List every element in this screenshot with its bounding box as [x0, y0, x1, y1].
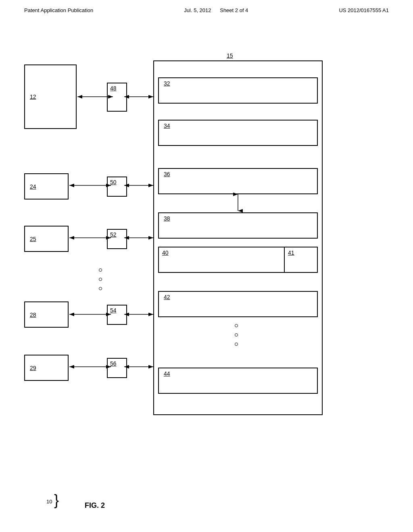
header-center: Jul. 5, 2012 Sheet 2 of 4	[184, 7, 248, 13]
ref-41: 41	[288, 249, 294, 256]
ref-36: 36	[164, 171, 170, 177]
block-29: 29	[24, 355, 69, 381]
inner-box-36: 36	[158, 168, 318, 194]
block-56: 56	[107, 358, 127, 378]
figure-label: FIG. 2	[85, 501, 105, 510]
ref-34: 34	[164, 123, 170, 129]
outer-box-15: 15 32 34 36 38 40 41 42	[153, 60, 323, 415]
page-header: Patent Application Publication Jul. 5, 2…	[0, 0, 413, 17]
dot-right-2	[235, 333, 238, 337]
inner-box-40: 40 41	[158, 247, 318, 273]
inner-box-44: 44	[158, 368, 318, 394]
ref-24: 24	[30, 183, 36, 190]
dot-right-3	[235, 343, 238, 346]
inner-box-40-right: 41	[285, 247, 317, 272]
fig-text: FIG. 2	[85, 501, 105, 509]
block-50: 50	[107, 177, 127, 197]
figure-ref-block: 10 }	[44, 488, 65, 510]
ref-38: 38	[164, 215, 170, 222]
block-52: 52	[107, 229, 127, 249]
block-48: 48	[107, 83, 127, 112]
block-24: 24	[24, 173, 69, 200]
ref-25: 25	[30, 236, 36, 242]
ref-42: 42	[164, 294, 170, 300]
ref-44: 44	[164, 370, 170, 377]
inner-box-34: 34	[158, 120, 318, 146]
ref-54: 54	[110, 307, 117, 314]
inner-box-38: 38	[158, 212, 318, 239]
ref-40: 40	[162, 249, 169, 256]
dot-left-2	[99, 278, 102, 281]
ref-15: 15	[227, 52, 233, 59]
brace-svg: 10 }	[44, 488, 65, 508]
header-left: Patent Application Publication	[24, 7, 93, 13]
ref-52: 52	[110, 231, 117, 238]
header-right: US 2012/0167555 A1	[339, 7, 389, 13]
header-sheet: Sheet 2 of 4	[220, 7, 248, 13]
ref-56: 56	[110, 360, 117, 367]
ref-28: 28	[30, 312, 36, 318]
block-25: 25	[24, 226, 69, 252]
dot-left-3	[99, 287, 102, 290]
header-date: Jul. 5, 2012	[184, 7, 211, 13]
dot-right-1	[235, 324, 238, 327]
inner-box-42: 42	[158, 291, 318, 317]
svg-text:}: }	[54, 492, 59, 508]
figure-area: 10 } FIG. 2	[44, 488, 105, 510]
ref-50: 50	[110, 179, 117, 185]
inner-box-32: 32	[158, 77, 318, 104]
diagram-area: 15 32 34 36 38 40 41 42	[24, 52, 387, 439]
svg-text:10: 10	[46, 499, 52, 505]
ref-12: 12	[30, 94, 36, 100]
dot-left-1	[99, 268, 102, 272]
block-28: 28	[24, 301, 69, 328]
ref-32: 32	[164, 80, 170, 87]
inner-box-40-left: 40	[159, 247, 285, 272]
block-54: 54	[107, 305, 127, 325]
block-12: 12	[24, 64, 77, 129]
ref-29: 29	[30, 365, 36, 371]
ref-48: 48	[110, 85, 117, 91]
